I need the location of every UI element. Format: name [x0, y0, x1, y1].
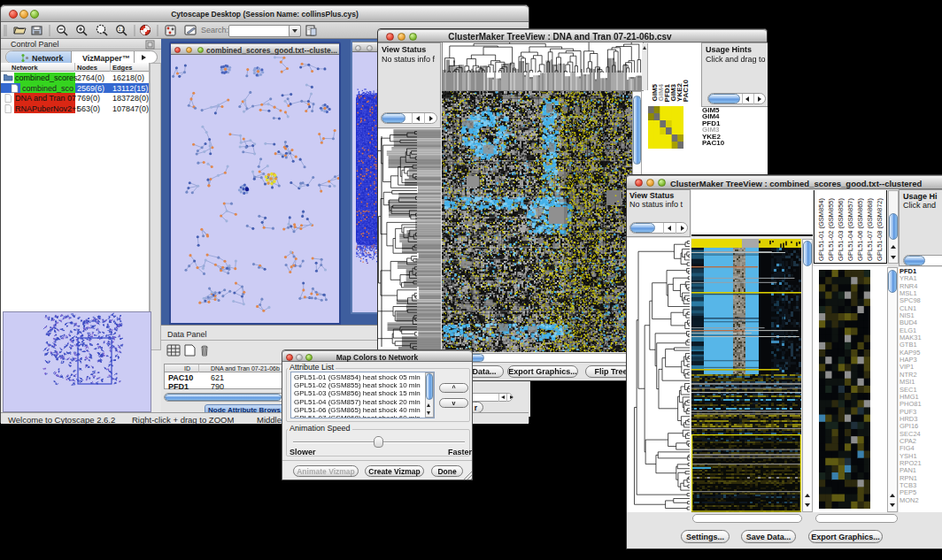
svg-text:Search:: Search: — [201, 26, 228, 35]
svg-text:1:1: 1:1 — [119, 27, 125, 32]
